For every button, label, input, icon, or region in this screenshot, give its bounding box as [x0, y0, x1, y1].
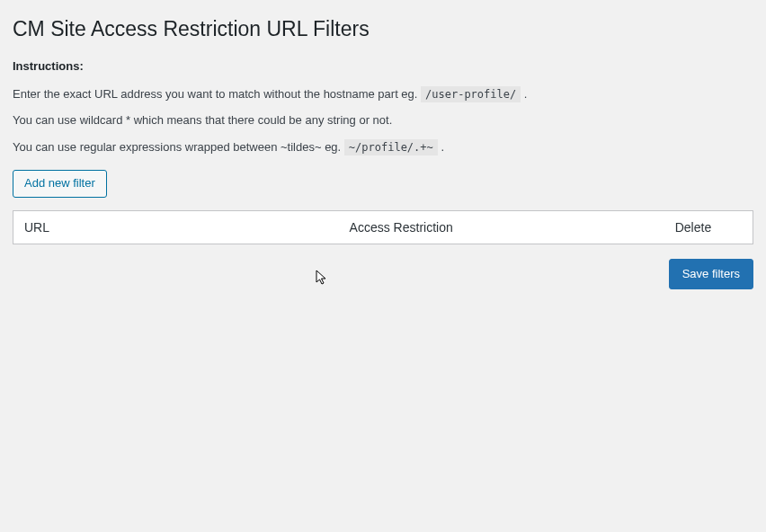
table-header-access-restriction: Access Restriction [339, 211, 664, 244]
instruction-code-example-1: /user-profile/ [421, 86, 521, 102]
instruction-text: . [524, 87, 528, 101]
instruction-text: . [441, 140, 444, 154]
table-header-url: URL [13, 211, 339, 244]
save-filters-button[interactable]: Save filters [669, 259, 753, 289]
table-header-delete: Delete [664, 211, 753, 244]
actions-row: Save filters [13, 259, 753, 289]
instruction-line-1: Enter the exact URL address you want to … [13, 85, 753, 103]
filters-table: URL Access Restriction Delete [13, 210, 753, 244]
instructions-label: Instructions: [13, 59, 753, 73]
table-header-row: URL Access Restriction Delete [13, 211, 753, 244]
add-new-filter-button[interactable]: Add new filter [13, 170, 107, 198]
instruction-line-2: You can use wildcard * which means that … [13, 111, 753, 129]
instruction-text: You can use regular expressions wrapped … [13, 140, 344, 154]
page-title: CM Site Access Restriction URL Filters [13, 16, 753, 43]
instruction-line-3: You can use regular expressions wrapped … [13, 138, 753, 156]
instruction-text: Enter the exact URL address you want to … [13, 87, 421, 101]
instruction-code-example-2: ~/profile/.+~ [344, 139, 438, 155]
